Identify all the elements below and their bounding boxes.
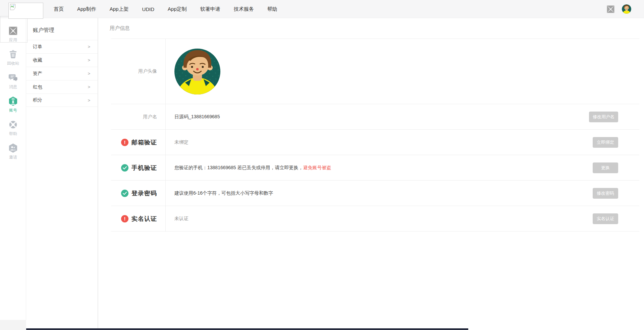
chevron-right-icon: > xyxy=(88,44,90,49)
sidebar-item-favorites[interactable]: 收藏 > xyxy=(26,53,98,67)
bind-email-button[interactable]: 立即绑定 xyxy=(593,137,618,148)
username-value: 日源码_13881669685 xyxy=(174,114,220,120)
left-icon-rail: 应用 回收站 消息 账号 帮助 xyxy=(0,18,26,320)
footer-bar xyxy=(26,328,468,330)
rail-item-messages[interactable]: 消息 xyxy=(0,69,26,93)
check-icon xyxy=(121,164,128,172)
app-grid-icon[interactable] xyxy=(606,5,615,14)
sidebar-item-label: 订单 xyxy=(33,44,42,50)
chevron-right-icon: > xyxy=(88,98,90,103)
nav-item-app-make[interactable]: App制作 xyxy=(70,6,103,12)
user-avatar[interactable] xyxy=(622,4,631,14)
broken-image-icon xyxy=(10,4,15,10)
sidebar-item-label: 资产 xyxy=(33,71,42,77)
chevron-right-icon: > xyxy=(88,84,90,89)
app-grid-icon xyxy=(8,26,18,36)
nav-item-help[interactable]: 帮助 xyxy=(261,6,284,12)
change-phone-button[interactable]: 更换 xyxy=(593,162,618,173)
check-icon xyxy=(121,190,128,197)
rail-item-recycle-bin[interactable]: 回收站 xyxy=(0,46,26,69)
rail-item-account[interactable]: 账号 xyxy=(0,93,26,116)
realname-auth-title: 实名认证 xyxy=(131,215,157,223)
help-ring-icon xyxy=(8,120,18,130)
row-realname-auth: ! 实名认证 未认证 实名认证 xyxy=(111,206,639,232)
page-title: 用户信息 xyxy=(98,18,644,39)
row-email-verification: ! 邮箱验证 未绑定 立即绑定 xyxy=(111,130,639,155)
nav-item-home[interactable]: 首页 xyxy=(47,6,70,12)
sidebar-item-red-packet[interactable]: 红包 > xyxy=(26,80,98,93)
sidebar-item-orders[interactable]: 订单 > xyxy=(26,40,98,53)
row-phone-verification: 手机验证 您验证的手机：13881669685 若已丢失或停用，请立即更换，避免… xyxy=(111,155,639,181)
rail-label-invite: 邀请 xyxy=(9,154,17,160)
phone-warning-text: 避免账号被盗 xyxy=(303,165,331,171)
sidebar-item-points[interactable]: 积分 > xyxy=(26,93,98,107)
message-icon xyxy=(8,73,18,83)
sidebar-title: 账户管理 xyxy=(26,18,98,40)
rail-label-messages: 消息 xyxy=(9,84,17,90)
change-username-button[interactable]: 修改用户名 xyxy=(589,112,618,122)
account-sidebar: 账户管理 订单 > 收藏 > 资产 > 红包 > 积分 > xyxy=(26,18,98,330)
sidebar-item-assets[interactable]: 资产 > xyxy=(26,67,98,80)
email-verification-title: 邮箱验证 xyxy=(131,138,157,146)
nav-item-app-publish[interactable]: App上架 xyxy=(103,6,136,12)
top-nav-menu: 首页 App制作 App上架 UDID App定制 软著申请 技术服务 帮助 xyxy=(47,0,284,18)
error-icon: ! xyxy=(121,215,128,222)
rail-item-invite[interactable]: 邀请 xyxy=(0,140,26,163)
nav-item-copyright[interactable]: 软著申请 xyxy=(194,6,227,12)
user-info-panel: 用户信息 用户头像 xyxy=(98,18,644,330)
realname-auth-button[interactable]: 实名认证 xyxy=(593,213,618,224)
user-info-table: 用户头像 xyxy=(111,39,639,232)
rail-label-recycle-bin: 回收站 xyxy=(7,61,19,66)
rail-item-help[interactable]: 帮助 xyxy=(0,116,26,140)
rail-label-help: 帮助 xyxy=(9,131,17,137)
rail-item-apps[interactable]: 应用 xyxy=(0,22,26,46)
user-avatar-image xyxy=(174,49,220,94)
chevron-right-icon: > xyxy=(88,58,90,63)
realname-status-value: 未认证 xyxy=(174,216,189,222)
sidebar-item-label: 收藏 xyxy=(33,57,42,63)
nav-item-app-custom[interactable]: App定制 xyxy=(161,6,194,12)
sidebar-item-label: 红包 xyxy=(33,84,42,90)
change-password-button[interactable]: 修改密码 xyxy=(593,188,618,199)
rail-label-apps: 应用 xyxy=(9,37,17,43)
topnav-right-group xyxy=(606,0,631,18)
avatar-row-label: 用户头像 xyxy=(138,68,157,74)
invite-icon xyxy=(8,143,18,153)
password-hint-value: 建议使用6-16个字符，可包括大小写字母和数字 xyxy=(174,190,273,196)
row-username: 用户名 日源码_13881669685 修改用户名 xyxy=(111,104,639,130)
row-avatar: 用户头像 xyxy=(111,39,639,104)
phone-verification-title: 手机验证 xyxy=(131,164,157,172)
account-icon xyxy=(8,96,18,106)
sidebar-item-label: 积分 xyxy=(33,97,42,103)
trash-icon xyxy=(8,49,18,59)
row-login-password: 登录密码 建议使用6-16个字符，可包括大小写字母和数字 修改密码 xyxy=(111,181,639,206)
login-password-title: 登录密码 xyxy=(131,189,157,197)
site-logo[interactable] xyxy=(8,3,43,19)
nav-item-udid[interactable]: UDID xyxy=(135,6,161,12)
chevron-right-icon: > xyxy=(88,71,90,76)
phone-status-value: 您验证的手机：13881669685 若已丢失或停用，请立即更换， xyxy=(174,165,303,171)
username-row-label: 用户名 xyxy=(143,114,157,120)
rail-label-account: 账号 xyxy=(9,108,17,113)
email-status-value: 未绑定 xyxy=(174,139,189,145)
top-navbar: 首页 App制作 App上架 UDID App定制 软著申请 技术服务 帮助 xyxy=(0,0,644,18)
error-icon: ! xyxy=(121,139,128,146)
nav-item-tech-service[interactable]: 技术服务 xyxy=(227,6,261,12)
